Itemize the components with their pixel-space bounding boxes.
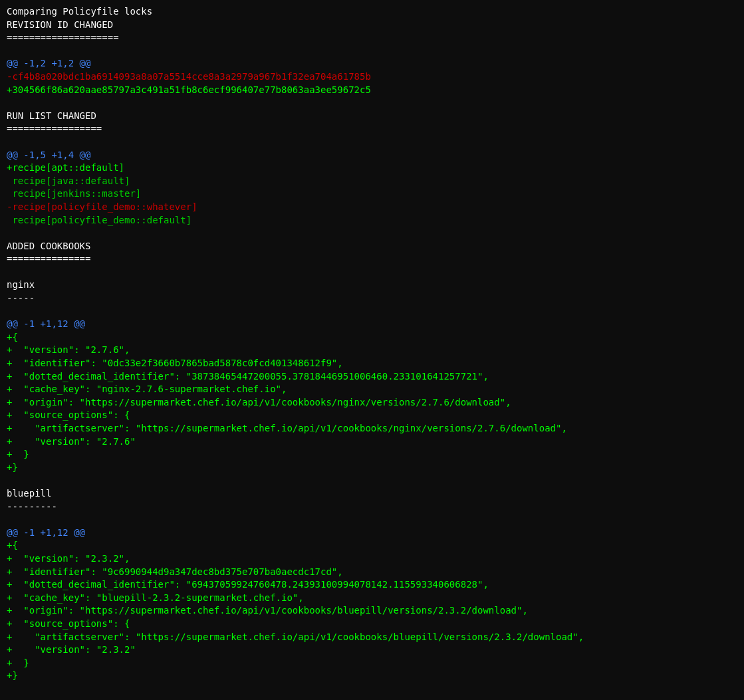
added-cookbooks-heading: ADDED COOKBOOKS xyxy=(7,241,90,251)
nginx-hunk-header: @@ -1 +1,12 @@ xyxy=(7,318,85,329)
bluepill-line-9: + } xyxy=(7,657,29,668)
nginx-line-3: + "dotted_decimal_identifier": "38738465… xyxy=(7,371,489,382)
nginx-line-8: + "version": "2.7.6" xyxy=(7,436,136,447)
revision-separator: ==================== xyxy=(7,32,119,43)
runlist-hunk-header: @@ -1,5 +1,4 @@ xyxy=(7,150,90,160)
comparing-line: Comparing Policyfile locks xyxy=(7,6,152,17)
runlist-separator: ================= xyxy=(7,123,102,134)
bluepill-line-10: +} xyxy=(7,670,18,681)
terminal-output: Comparing Policyfile locks REVISION ID C… xyxy=(7,5,737,683)
nginx-line-2: + "identifier": "0dc33e2f3660b7865bad587… xyxy=(7,358,343,368)
nginx-line-9: + } xyxy=(7,449,29,459)
runlist-removed-policyfile: -recipe[policyfile_demo::whatever] xyxy=(7,201,197,212)
nginx-name: nginx xyxy=(7,279,35,290)
bluepill-underline: --------- xyxy=(7,501,57,512)
nginx-line-0: +{ xyxy=(7,332,18,342)
runlist-added-apt: +recipe[apt::default] xyxy=(7,162,124,173)
revision-removed-line: -cf4b8a020bdc1ba6914093a8a07a5514cce8a3a… xyxy=(7,71,371,82)
revision-hunk-header: @@ -1,2 +1,2 @@ xyxy=(7,58,90,68)
bluepill-line-5: + "origin": "https://supermarket.chef.io… xyxy=(7,605,528,616)
runlist-ctx-jenkins: recipe[jenkins::master] xyxy=(7,188,141,199)
bluepill-line-6: + "source_options": { xyxy=(7,618,130,629)
nginx-line-4: + "cache_key": "nginx-2.7.6-supermarket.… xyxy=(7,384,287,394)
bluepill-line-3: + "dotted_decimal_identifier": "69437059… xyxy=(7,579,489,590)
bluepill-line-4: + "cache_key": "bluepill-2.3.2-supermark… xyxy=(7,592,304,603)
bluepill-line-0: +{ xyxy=(7,540,18,550)
runlist-ctx-java: recipe[java::default] xyxy=(7,175,130,186)
bluepill-line-7: + "artifactserver": "https://supermarket… xyxy=(7,632,584,642)
nginx-line-10: +} xyxy=(7,462,18,473)
added-cookbooks-separator: =============== xyxy=(7,253,90,264)
nginx-line-5: + "origin": "https://supermarket.chef.io… xyxy=(7,397,511,408)
runlist-heading: RUN LIST CHANGED xyxy=(7,110,96,121)
nginx-line-1: + "version": "2.7.6", xyxy=(7,344,130,355)
runlist-ctx-policyfile-default: recipe[policyfile_demo::default] xyxy=(7,215,191,225)
nginx-underline: ----- xyxy=(7,292,35,303)
bluepill-name: bluepill xyxy=(7,488,51,499)
revision-added-line: +304566f86a620aae85797a3c491a51fb8c6ecf9… xyxy=(7,84,371,95)
nginx-line-7: + "artifactserver": "https://supermarket… xyxy=(7,423,567,433)
nginx-line-6: + "source_options": { xyxy=(7,409,130,420)
bluepill-line-2: + "identifier": "9c6990944d9a347dec8bd37… xyxy=(7,566,343,577)
bluepill-line-1: + "version": "2.3.2", xyxy=(7,553,130,564)
revision-heading: REVISION ID CHANGED xyxy=(7,19,113,30)
bluepill-hunk-header: @@ -1 +1,12 @@ xyxy=(7,527,85,538)
bluepill-line-8: + "version": "2.3.2" xyxy=(7,644,136,655)
